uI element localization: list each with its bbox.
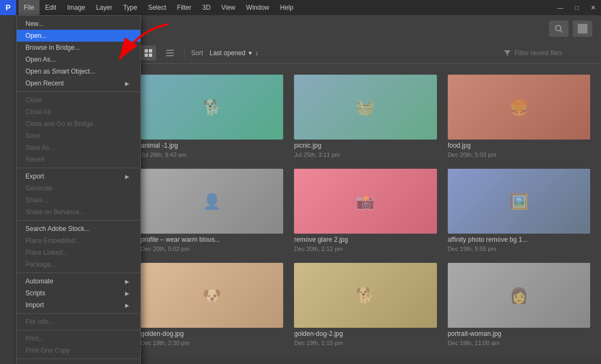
image-date: Dec 19th, 1:15 pm: [294, 340, 436, 346]
browser-toolbar: [130, 15, 601, 42]
menu-open-recent[interactable]: Open Recent ▶: [17, 77, 140, 89]
thumbnail-placeholder: 🐕: [141, 75, 283, 140]
image-thumbnail: 👩: [448, 263, 590, 328]
file-browser: Sort Last opened ▾ ↓ 🐕animal -1.jpgJul 2…: [130, 15, 601, 357]
submenu-arrow-open-recent: ▶: [125, 81, 129, 87]
image-card[interactable]: 📸remove glare 2.jpgDec 20th, 2:12 pm: [294, 169, 436, 252]
menu-close: Close: [17, 94, 140, 106]
menu-layer[interactable]: Layer: [90, 0, 117, 15]
toolbar-extra[interactable]: [573, 21, 592, 37]
image-card[interactable]: 🖼️affinity photo remove bg 1...Dec 19th,…: [448, 169, 590, 252]
menu-search-stock[interactable]: Search Adobe Stock...: [17, 223, 140, 235]
menu-open[interactable]: Open...: [17, 30, 140, 42]
menu-new[interactable]: New...: [17, 18, 140, 30]
svg-rect-5: [145, 54, 148, 57]
menu-view[interactable]: View: [216, 0, 241, 15]
image-date: Jul 25th, 3:11 pm: [294, 151, 436, 158]
image-card[interactable]: 🐕golden-dog-2.jpgDec 19th, 1:15 pm: [294, 263, 436, 346]
svg-rect-3: [145, 49, 148, 52]
sort-divider: [184, 48, 185, 58]
sort-dropdown[interactable]: Last opened ▾ ↓: [210, 49, 258, 57]
image-card[interactable]: 👩portrait-woman.jpgDec 19th, 11:00 am: [448, 263, 590, 346]
file-dropdown-menu: New... Open... Browse in Bridge... Open …: [16, 15, 141, 364]
sort-bar: Sort Last opened ▾ ↓: [130, 42, 601, 64]
image-title: golden-dog.jpg: [141, 330, 283, 337]
search-button[interactable]: [549, 21, 569, 37]
menu-package: Package...: [17, 259, 140, 270]
image-thumbnail: 🖼️: [448, 169, 590, 234]
image-date: Dec 20th, 2:12 pm: [294, 246, 436, 252]
menu-close-go-bridge: Close and Go to Bridge...: [17, 118, 140, 130]
menu-type[interactable]: Type: [117, 0, 142, 15]
menu-share-behance: Share on Behance...: [17, 206, 140, 218]
toolbar-extra-icon: [578, 24, 587, 34]
ps-logo: P: [0, 0, 16, 15]
image-card[interactable]: 🐕animal -1.jpgJul 26th, 9:43 am: [141, 75, 283, 158]
separator-7: [17, 359, 140, 359]
image-thumbnail: 👤: [141, 169, 283, 234]
window-controls: — □ ✕: [552, 0, 601, 15]
menu-open-smart[interactable]: Open as Smart Object...: [17, 65, 140, 77]
submenu-arrow-automate: ▶: [125, 279, 129, 284]
close-button[interactable]: ✕: [585, 0, 601, 15]
image-grid: 🐕animal -1.jpgJul 26th, 9:43 am🧺picnic.j…: [130, 64, 601, 357]
thumbnail-placeholder: 🖼️: [448, 169, 590, 234]
thumbnail-placeholder: 🐶: [141, 263, 283, 328]
image-card[interactable]: 🍔food.jpgDec 20th, 5:03 pm: [448, 75, 590, 158]
menu-items: File Edit Image Layer Type Select Filter…: [16, 0, 299, 15]
image-thumbnail: 🐕: [141, 75, 283, 140]
image-title: affinity photo remove bg 1...: [448, 236, 590, 243]
list-view-button[interactable]: [162, 45, 178, 61]
filter-input[interactable]: [514, 49, 590, 57]
sort-chevron-down-icon: ▾: [249, 49, 252, 57]
minimize-button[interactable]: —: [552, 0, 569, 15]
image-title: animal -1.jpg: [141, 142, 283, 149]
image-card[interactable]: 👤profile – wear warm blous...Dec 20th, 5…: [141, 169, 283, 252]
menu-help[interactable]: Help: [275, 0, 299, 15]
menu-close-all: Close All: [17, 106, 140, 118]
menu-exit[interactable]: Exit: [17, 361, 140, 364]
separator-4: [17, 273, 140, 273]
submenu-arrow-scripts: ▶: [125, 290, 129, 296]
thumbnail-placeholder: 🐕: [294, 263, 436, 328]
image-title: portrait-woman.jpg: [448, 330, 590, 337]
separator-1: [17, 91, 140, 92]
sort-label: Sort: [191, 49, 203, 57]
svg-rect-7: [166, 50, 174, 51]
menu-3d[interactable]: 3D: [197, 0, 215, 15]
image-card[interactable]: 🧺picnic.jpgJul 25th, 3:11 pm: [294, 75, 436, 158]
menu-export[interactable]: Export ▶: [17, 170, 140, 182]
menu-browse-bridge[interactable]: Browse in Bridge...: [17, 42, 140, 54]
image-card[interactable]: 🐶golden-dog.jpgDec 19th, 2:30 pm: [141, 263, 283, 346]
menu-file[interactable]: File: [18, 0, 40, 15]
menu-open-as[interactable]: Open As...: [17, 54, 140, 65]
menu-save: Save: [17, 130, 140, 142]
image-date: Dec 19th, 2:30 pm: [141, 340, 283, 346]
image-date: Dec 20th, 5:03 pm: [448, 151, 590, 158]
maximize-button[interactable]: □: [569, 0, 585, 15]
image-title: remove glare 2.jpg: [294, 236, 436, 243]
menu-import[interactable]: Import ▶: [17, 299, 140, 311]
menu-image[interactable]: Image: [62, 0, 90, 15]
image-date: Jul 26th, 9:43 am: [141, 151, 283, 158]
menu-filter[interactable]: Filter: [172, 0, 197, 15]
menu-scripts[interactable]: Scripts ▶: [17, 287, 140, 299]
svg-rect-6: [149, 54, 152, 57]
image-thumbnail: 📸: [294, 169, 436, 234]
grid-view-button[interactable]: [141, 45, 156, 61]
menu-select[interactable]: Select: [142, 0, 171, 15]
menu-automate[interactable]: Automate ▶: [17, 275, 140, 287]
filter-box: [504, 49, 590, 57]
image-title: picnic.jpg: [294, 142, 436, 149]
menu-window[interactable]: Window: [241, 0, 275, 15]
thumbnail-placeholder: 👩: [448, 263, 590, 328]
menu-share: Share...: [17, 194, 140, 206]
image-date: Dec 19th, 11:00 am: [448, 340, 590, 346]
image-thumbnail: 🍔: [448, 75, 590, 140]
separator-3: [17, 220, 140, 221]
image-date: Dec 19th, 5:55 pm: [448, 246, 590, 252]
menu-revert: Revert: [17, 154, 140, 166]
svg-point-1: [556, 25, 561, 31]
menu-edit[interactable]: Edit: [40, 0, 62, 15]
svg-rect-9: [166, 55, 174, 56]
